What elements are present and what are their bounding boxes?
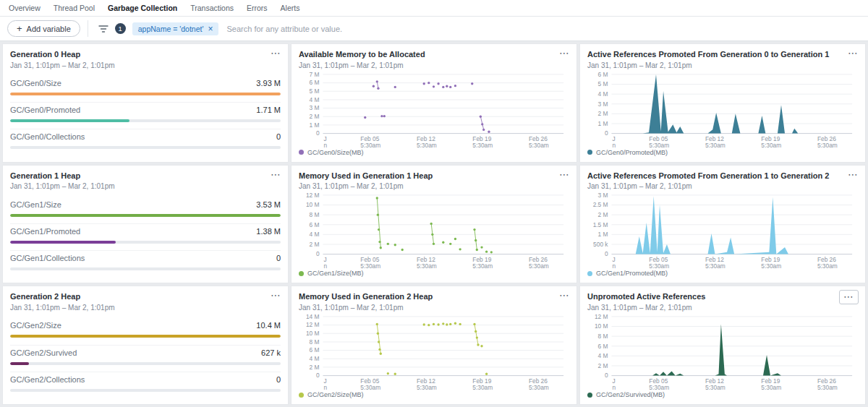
svg-text:4 M: 4 M [310, 231, 320, 239]
panel-menu-button[interactable]: ⋯ [271, 169, 281, 180]
metric-value: 3.53 M [256, 200, 281, 209]
panel-menu-button[interactable]: ⋯ [559, 48, 570, 59]
tab-transactions[interactable]: Transactions [190, 4, 234, 12]
metric-label: GC/Gen2/Size [10, 321, 61, 330]
metric-label: GC/Gen2/Survived [10, 348, 77, 357]
add-variable-button[interactable]: + Add variable [7, 20, 80, 37]
svg-text:6 M: 6 M [310, 79, 320, 86]
svg-text:5 M: 5 M [310, 87, 320, 95]
search-input[interactable] [225, 24, 858, 34]
metric-value: 0 [276, 254, 281, 262]
svg-text:0: 0 [605, 372, 608, 379]
svg-text:1 M: 1 M [310, 121, 320, 128]
panel-menu-button[interactable]: ⋯ [848, 169, 859, 180]
panel-menu-button[interactable]: ⋯ [271, 290, 281, 301]
filter-icon[interactable] [98, 25, 109, 33]
metric-label: GC/Gen1/Collections [10, 254, 85, 262]
filter-pill-label: appName = 'dotnet' [138, 25, 204, 33]
remove-filter-icon[interactable]: × [208, 25, 213, 33]
svg-text:5:30am: 5:30am [529, 384, 549, 391]
legend-dot [587, 150, 592, 155]
panel-menu-button[interactable]: ⋯ [559, 169, 570, 180]
svg-text:14 M: 14 M [306, 313, 320, 320]
tab-errors[interactable]: Errors [247, 4, 268, 12]
filter-bar: 1 appName = 'dotnet' × [95, 21, 861, 37]
panel-title: Generation 0 Heap [10, 50, 281, 60]
svg-text:0: 0 [316, 129, 320, 137]
svg-text:2 M: 2 M [598, 110, 608, 117]
svg-text:n: n [612, 262, 616, 270]
legend-dot [587, 271, 592, 276]
panel-unpromoted-references: Unpromoted Active References Jan 31, 1:0… [579, 286, 866, 405]
gc-dashboard: Overview Thread Pool Garbage Collection … [0, 0, 868, 407]
panel-menu-button[interactable]: ⋯ [271, 48, 281, 59]
legend-label: GC/Gen0/Size(MB) [307, 149, 364, 156]
tab-bar: Overview Thread Pool Garbage Collection … [0, 0, 868, 17]
metric-bar [10, 389, 281, 392]
filter-pill[interactable]: appName = 'dotnet' × [132, 22, 219, 35]
chart-plot: 01 M2 M3 M4 M5 M6 MJnFeb 055:30amFeb 125… [587, 71, 858, 149]
svg-text:10 M: 10 M [595, 322, 608, 330]
svg-text:n: n [612, 142, 616, 149]
svg-text:5:30am: 5:30am [360, 262, 380, 270]
svg-text:3 M: 3 M [598, 192, 608, 199]
legend-dot [299, 150, 304, 155]
metric-row: GC/Gen0/Size3.93 M [10, 76, 281, 97]
metric-list: GC/Gen0/Size3.93 M GC/Gen0/Promoted1.71 … [10, 71, 281, 156]
metric-row: GC/Gen2/Size10.4 M [10, 318, 281, 339]
legend-label: GC/Gen0/Promoted(MB) [596, 149, 668, 156]
panel-menu-button[interactable]: ⋯ [839, 290, 859, 304]
svg-text:2.5 M: 2.5 M [593, 202, 608, 209]
metric-row: GC/Gen0/Promoted1.71 M [10, 102, 281, 124]
chart-legend: GC/Gen1/Promoted(MB) [587, 270, 858, 277]
svg-text:3 M: 3 M [310, 104, 320, 111]
svg-text:5:30am: 5:30am [761, 262, 781, 270]
tab-overview[interactable]: Overview [9, 4, 41, 12]
tab-garbage-collection[interactable]: Garbage Collection [108, 4, 177, 12]
svg-text:5:30am: 5:30am [417, 384, 437, 391]
svg-text:4 M: 4 M [598, 90, 608, 98]
svg-text:5:30am: 5:30am [705, 384, 726, 391]
svg-text:4 M: 4 M [310, 95, 320, 103]
metric-list: GC/Gen2/Size10.4 M GC/Gen2/Survived627 k… [10, 313, 281, 398]
filter-count-badge: 1 [115, 23, 126, 34]
panel-title: Memory Used in Generation 1 Heap [299, 171, 569, 181]
svg-text:6 M: 6 M [598, 343, 608, 350]
svg-text:10 M: 10 M [306, 202, 320, 209]
panel-grid: Generation 0 Heap Jan 31, 1:01pm – Mar 2… [0, 41, 868, 407]
svg-text:2 M: 2 M [598, 362, 608, 369]
panel-subtitle: Jan 31, 1:01pm – Mar 2, 1:01pm [299, 182, 569, 190]
panel-title: Active References Promoted From Generati… [587, 171, 858, 181]
panel-title: Memory Used in Generation 2 Heap [299, 292, 569, 302]
panel-subtitle: Jan 31, 1:01pm – Mar 2, 1:01pm [587, 182, 858, 190]
panel-generation-2-heap: Generation 2 Heap Jan 31, 1:01pm – Mar 2… [2, 286, 289, 405]
legend-dot [587, 393, 592, 398]
metric-label: GC/Gen1/Size [10, 200, 61, 209]
panel-gen1-memory: Memory Used in Generation 1 Heap Jan 31,… [291, 165, 577, 284]
svg-text:5:30am: 5:30am [817, 262, 838, 270]
svg-text:5:30am: 5:30am [472, 384, 493, 391]
panel-subtitle: Jan 31, 1:01pm – Mar 2, 1:01pm [299, 61, 569, 69]
toolbar-divider [88, 20, 88, 37]
svg-text:1 M: 1 M [598, 120, 608, 127]
panel-menu-button[interactable]: ⋯ [848, 48, 859, 59]
tab-thread-pool[interactable]: Thread Pool [54, 4, 95, 12]
legend-label: GC/Gen2/Survived(MB) [596, 391, 665, 398]
panel-subtitle: Jan 31, 1:01pm – Mar 2, 1:01pm [299, 304, 569, 312]
metric-label: GC/Gen2/Collections [10, 375, 85, 384]
metric-bar [10, 119, 281, 122]
panel-generation-1-heap: Generation 1 Heap Jan 31, 1:01pm – Mar 2… [2, 165, 289, 284]
metric-value: 1.38 M [256, 227, 281, 236]
tab-alerts[interactable]: Alerts [281, 4, 300, 12]
chart-plot: 01 M2 M3 M4 M5 M6 M7 MJnFeb 055:30amFeb … [299, 71, 569, 149]
svg-text:2 M: 2 M [310, 241, 320, 248]
panel-subtitle: Jan 31, 1:01pm – Mar 2, 1:01pm [10, 182, 281, 190]
svg-text:12 M: 12 M [306, 321, 320, 328]
svg-text:5:30am: 5:30am [649, 142, 669, 149]
metric-bar [10, 93, 281, 95]
svg-text:5:30am: 5:30am [360, 142, 380, 149]
legend-label: GC/Gen2/Size(MB) [307, 391, 364, 398]
svg-text:500 k: 500 k [593, 241, 608, 248]
panel-menu-button[interactable]: ⋯ [559, 290, 570, 301]
metric-row: GC/Gen1/Collections0 [10, 250, 281, 272]
